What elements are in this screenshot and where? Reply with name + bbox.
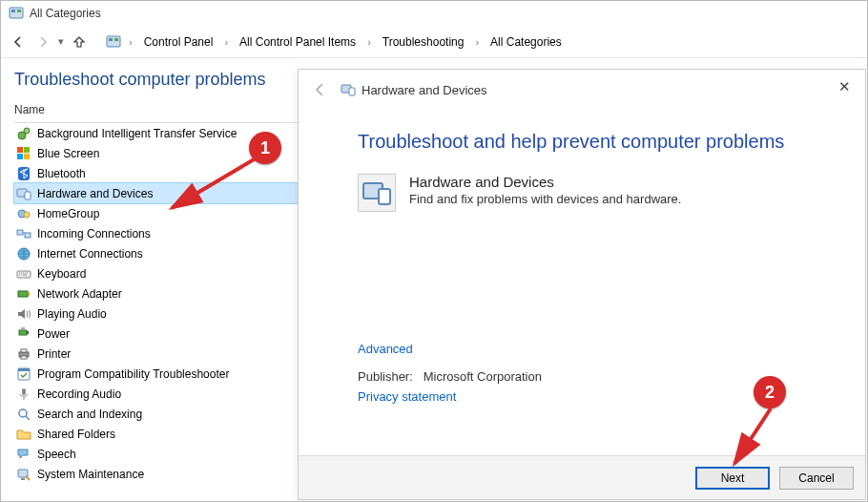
list-item-label: HomeGroup [37, 207, 99, 220]
hardware-devices-icon [358, 174, 396, 212]
nav-back-button[interactable] [9, 32, 28, 52]
mic-icon [16, 387, 31, 402]
breadcrumb-item[interactable]: Control Panel [140, 33, 217, 51]
adapter-icon [16, 286, 31, 302]
annotation-step-2-badge: 2 [754, 376, 786, 408]
wizard-body: Troubleshoot and help prevent computer p… [299, 110, 865, 212]
control-panel-icon [9, 6, 24, 21]
wizard-titlebar: Hardware and Devices ✕ [299, 70, 865, 110]
power-icon [16, 326, 31, 342]
wizard-close-button[interactable]: ✕ [829, 75, 859, 98]
compat-icon [16, 366, 31, 382]
wizard-title-text: Hardware and Devices [362, 83, 487, 97]
troubleshooter-wizard-dialog: Hardware and Devices ✕ Troubleshoot and … [298, 69, 866, 500]
speech-icon [16, 447, 31, 462]
annotation-step-1-number: 1 [260, 138, 270, 158]
window-titlebar: All Categories [1, 1, 867, 26]
recent-locations-chevron[interactable]: ▾ [58, 35, 64, 48]
device-icon [16, 186, 31, 201]
wizard-heading: Troubleshoot and help prevent computer p… [358, 131, 831, 153]
list-item-label: Speech [37, 448, 76, 461]
globe-icon [16, 246, 31, 261]
speaker-icon [16, 306, 31, 322]
wizard-back-button[interactable] [310, 79, 331, 100]
flag-icon [16, 146, 31, 161]
keyboard-icon [16, 266, 31, 282]
address-bar: ▾ › Control Panel › All Control Panel It… [1, 26, 867, 58]
publisher-label: Publisher: [358, 369, 413, 384]
breadcrumb-sep: › [473, 36, 481, 48]
list-item-label: Program Compatibility Troubleshooter [37, 367, 229, 381]
list-item-label: Shared Folders [37, 428, 115, 441]
list-item-label: Playing Audio [37, 307, 107, 321]
list-item-label: Hardware and Devices [37, 187, 153, 200]
maint-icon [16, 467, 31, 482]
next-button[interactable]: Next [695, 467, 770, 490]
breadcrumb-sep: › [365, 36, 373, 48]
cancel-button[interactable]: Cancel [779, 467, 854, 490]
list-item-label: Printer [37, 347, 71, 361]
printer-icon [16, 346, 31, 362]
wizard-title-icon [341, 82, 356, 97]
list-item-label: Recording Audio [37, 387, 121, 401]
privacy-link[interactable]: Privacy statement [358, 389, 542, 404]
wizard-selected-troubleshooter: Hardware and Devices Find and fix proble… [358, 174, 831, 212]
breadcrumb-item[interactable]: All Categories [486, 33, 566, 51]
list-item-label: System Maintenance [37, 468, 144, 481]
publisher-line: Publisher: Microsoft Corporation [358, 369, 542, 384]
list-item-label: Power [37, 327, 70, 341]
list-item-label: Blue Screen [37, 147, 99, 160]
wizard-footer: Next Cancel [299, 455, 865, 499]
breadcrumb-item[interactable]: All Control Panel Items [236, 33, 360, 51]
list-item-label: Search and Indexing [37, 408, 142, 421]
window-title: All Categories [30, 7, 101, 20]
netin-icon [16, 226, 31, 241]
bluetooth-icon [16, 166, 31, 181]
breadcrumb-sep: › [222, 36, 230, 48]
list-item-label: Keyboard [37, 267, 86, 281]
breadcrumb-sep: › [127, 36, 134, 48]
homegroup-icon [16, 206, 31, 221]
list-item-label: Network Adapter [37, 287, 122, 301]
nav-up-button[interactable] [70, 32, 89, 52]
gears-icon [16, 126, 31, 141]
list-item-label: Incoming Connections [37, 227, 151, 241]
wizard-item-description: Find and fix problems with devices and h… [409, 192, 681, 206]
nav-forward-button[interactable] [33, 32, 52, 52]
list-item-label: Background Intelligent Transfer Service [37, 127, 237, 140]
search-icon [16, 407, 31, 422]
annotation-step-2-number: 2 [765, 383, 775, 403]
list-item-label: Bluetooth [37, 167, 86, 180]
annotation-step-1-badge: 1 [249, 132, 281, 164]
breadcrumb-root-icon[interactable] [106, 34, 121, 50]
wizard-item-title: Hardware and Devices [409, 174, 681, 190]
breadcrumb-item[interactable]: Troubleshooting [379, 33, 468, 51]
publisher-value: Microsoft Corporation [424, 369, 542, 384]
advanced-link[interactable]: Advanced [358, 342, 542, 356]
list-item-label: Internet Connections [37, 247, 143, 261]
folder-icon [16, 427, 31, 442]
